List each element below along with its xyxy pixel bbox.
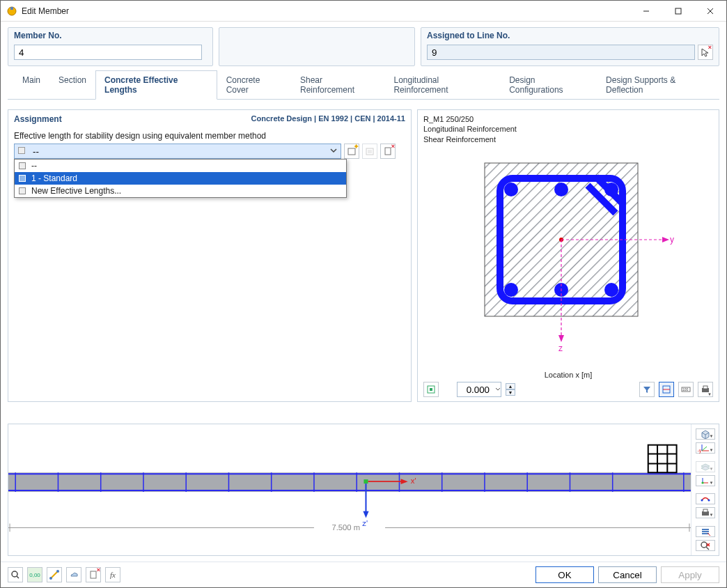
section-preview-panel: R_M1 250/250 Longitudinal Reinforcement … [417, 109, 719, 402]
minimize-button[interactable] [630, 1, 662, 22]
edit-button[interactable] [362, 144, 377, 159]
view-3d-button[interactable]: ▼ [696, 428, 715, 440]
local-axes-button[interactable]: ▼ [696, 475, 715, 486]
svg-point-68 [701, 481, 703, 483]
preview-line-2: Longitudinal Reinforcement [423, 124, 713, 134]
axes-button[interactable]: -y▼ [696, 442, 715, 454]
svg-point-20 [604, 283, 618, 297]
assigned-input[interactable] [427, 45, 695, 60]
design-code-label: Concrete Design | EN 1992 | CEN | 2014-1… [251, 114, 405, 124]
spinner-down[interactable]: ▼ [506, 389, 515, 396]
svg-point-84 [56, 570, 59, 573]
tab-design-configurations[interactable]: Design Configurations [500, 70, 597, 99]
arc-icon [700, 494, 711, 504]
location-spinner[interactable]: ▲ ▼ [506, 383, 515, 396]
section-view-icon [662, 385, 671, 394]
tab-shear-reinforcement[interactable]: Shear Reinforcement [291, 70, 384, 99]
svg-rect-49 [648, 445, 677, 473]
values-icon: 100 [681, 385, 691, 394]
apply-button[interactable]: Apply [661, 566, 719, 583]
find-button[interactable] [696, 540, 715, 551]
tab-design-supports-deflection[interactable]: Design Supports & Deflection [597, 70, 719, 99]
titlebar: Edit Member [1, 1, 726, 22]
ok-button[interactable]: OK [536, 566, 594, 583]
effective-length-combo[interactable]: --1 - StandardNew Effective Lengths... [14, 144, 341, 159]
tab-main[interactable]: Main [13, 70, 49, 99]
length-label: 7.500 m [331, 524, 360, 532]
option-label: -- [31, 161, 37, 171]
svg-point-76 [701, 542, 707, 548]
svg-point-15 [504, 183, 518, 196]
printer-icon [701, 508, 710, 518]
list-button[interactable] [696, 526, 715, 537]
print-elev-button[interactable]: ▼ [696, 507, 715, 518]
svg-rect-72 [703, 509, 708, 512]
goto-section-button[interactable] [423, 382, 439, 397]
svg-line-82 [51, 571, 58, 578]
units-button[interactable]: 0,00 [27, 567, 42, 582]
member-no-input[interactable] [14, 45, 202, 60]
effective-length-label: Effective length for stability design us… [14, 131, 405, 141]
elevation-canvas: x' z' 7.500 m [8, 424, 691, 555]
magnifier-icon [10, 570, 20, 580]
effective-length-dropdown[interactable]: --1 - StandardNew Effective Lengths... [14, 159, 347, 198]
help-button[interactable] [8, 567, 23, 582]
effective-length-input[interactable] [14, 144, 341, 159]
print-button[interactable]: ▼ [698, 382, 713, 397]
axis-z-label: z [558, 343, 563, 353]
tab-concrete-cover[interactable]: Concrete Cover [217, 70, 291, 99]
refresh-button[interactable] [66, 567, 81, 582]
svg-point-80 [12, 571, 17, 577]
tab-longitudinal-reinforcement[interactable]: Longitudinal Reinforcement [384, 70, 500, 99]
option--[interactable]: -- [15, 160, 346, 172]
values-button[interactable]: 100 [678, 382, 694, 397]
option-1-standard[interactable]: 1 - Standard [15, 172, 346, 185]
arc-button[interactable] [696, 493, 715, 504]
svg-rect-3 [675, 8, 681, 14]
divider-1 [696, 456, 715, 458]
filter-button[interactable] [639, 382, 655, 397]
cloud-icon [69, 570, 79, 580]
layers-button[interactable]: ▼ [696, 461, 715, 472]
spinner-up[interactable]: ▲ [506, 383, 515, 389]
new-button[interactable]: ✦ [344, 144, 359, 159]
tab-concrete-effective-lengths[interactable]: Concrete Effective Lengths [95, 70, 217, 100]
preview-text: R_M1 250/250 Longitudinal Reinforcement … [423, 114, 713, 144]
divider-3 [696, 521, 715, 523]
tab-section[interactable]: Section [49, 70, 95, 99]
option-label: 1 - Standard [31, 173, 77, 183]
fx-icon: fx [110, 571, 116, 579]
option-swatch [19, 187, 26, 194]
location-label: Location x [m] [423, 371, 713, 379]
member-view-button[interactable] [47, 567, 62, 582]
option-swatch [19, 175, 26, 182]
elevation-panel: x' z' 7.500 m ▼ -y▼ ▼ ▼ [8, 424, 719, 556]
preview-line-3: Shear Reinforcement [423, 134, 713, 144]
svg-rect-29 [703, 386, 708, 389]
svg-point-16 [554, 183, 568, 196]
window-title: Edit Member [22, 6, 69, 16]
svg-line-65 [702, 447, 707, 451]
option-new-effective-lengths-[interactable]: New Effective Lengths... [15, 185, 346, 197]
assignment-panel: Assignment Concrete Design | EN 1992 | C… [8, 109, 412, 402]
cancel-button[interactable]: Cancel [598, 566, 657, 583]
svg-text:z': z' [362, 520, 368, 528]
svg-rect-23 [430, 388, 432, 391]
view-toggle-button[interactable] [659, 382, 674, 397]
chevron-down-icon[interactable] [494, 385, 501, 394]
function-button[interactable]: fx [105, 567, 120, 582]
clear-input-button[interactable]: × [86, 567, 101, 582]
maximize-button[interactable] [662, 1, 694, 22]
svg-rect-85 [91, 571, 96, 578]
units-icon: 0,00 [29, 572, 40, 578]
svg-rect-30 [8, 472, 691, 492]
close-button[interactable] [694, 1, 726, 22]
svg-line-77 [706, 547, 709, 550]
pick-line-button[interactable]: × [698, 45, 713, 60]
combo-swatch [18, 147, 25, 154]
app-icon [6, 6, 17, 17]
edit-icon [365, 146, 375, 156]
svg-point-70 [708, 500, 710, 502]
delete-button[interactable]: × [380, 144, 396, 159]
member-no-label: Member No. [8, 28, 212, 42]
